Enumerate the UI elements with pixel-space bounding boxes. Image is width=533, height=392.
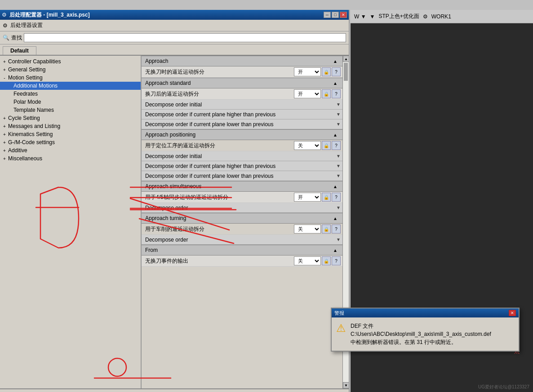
section-approach-simultaneous: Approach simultaneous ▲ — [142, 181, 342, 192]
app-icon: ⚙ — [2, 12, 7, 18]
label-from-output: 无换刀事件的输出 — [143, 257, 294, 265]
expand-row-sim-order[interactable]: Decompose order ▼ — [142, 203, 342, 213]
tab-default[interactable]: Default — [3, 46, 36, 55]
section-turning-title: Approach turning — [145, 215, 186, 221]
work-option[interactable]: WORK1 — [431, 13, 451, 20]
close-button[interactable]: ✕ — [340, 12, 347, 18]
controls-from-output: 开关 🔒 ? — [294, 256, 341, 265]
left-tree: + Controller Capabilities + General Sett… — [0, 56, 142, 388]
settings-gear-icon: ⚙ — [3, 22, 8, 29]
tree-item-kinematics[interactable]: + Kinematics Setting — [0, 130, 141, 138]
scroll-up-btn[interactable]: ▲ — [343, 56, 349, 62]
collapse-turning-btn[interactable]: ▲ — [332, 215, 339, 222]
tree-item-additive[interactable]: + Additive — [0, 146, 141, 154]
dialog-title: 后处理器设置 — [10, 22, 43, 29]
error-line-3: 中检测到解析器错误。在第 31 行中或附近。 — [351, 338, 491, 346]
tree-label-kinematics: Kinematics Setting — [8, 131, 53, 137]
lock-btn-positioning[interactable]: 🔒 — [322, 141, 331, 150]
section-approach: Approach ▲ — [142, 56, 342, 66]
collapse-simultaneous-btn[interactable]: ▲ — [332, 183, 339, 190]
tree-item-feedrates[interactable]: Feedrates — [0, 90, 141, 98]
help-btn-turning[interactable]: ? — [332, 225, 341, 233]
controls-standard-motion: 开关 🔒 ? — [294, 89, 341, 98]
tree-label-gm: G-/M-Code settings — [8, 139, 55, 145]
section-positioning-title: Approach positioning — [145, 132, 195, 138]
search-input[interactable] — [24, 33, 346, 42]
tree-item-controller[interactable]: + Controller Capabilities — [0, 57, 141, 66]
expand-row-standard-lower[interactable]: Decompose order if current plane lower t… — [142, 119, 342, 129]
tree-item-general[interactable]: + General Setting — [0, 66, 141, 74]
label-turning-motion: 用于车削的逼近运动拆分 — [143, 225, 294, 233]
expand-row-turning-order[interactable]: Decompose order ▼ — [142, 235, 342, 245]
section-approach-title: Approach — [145, 58, 168, 64]
tree-label-feedrates: Feedrates — [13, 91, 38, 97]
help-btn-standard[interactable]: ? — [332, 89, 341, 98]
select-positioning-motion[interactable]: 开关 — [294, 141, 321, 150]
label-pos-lower: Decompose order if current plane lower t… — [143, 173, 336, 179]
section-approach-turning: Approach turning ▲ — [142, 213, 342, 224]
help-btn-approach[interactable]: ? — [332, 67, 341, 76]
settings-icon[interactable]: ⚙ — [423, 13, 428, 20]
tree-label-controller: Controller Capabilities — [8, 58, 61, 65]
section-simultaneous-title: Approach simultaneous — [145, 183, 201, 189]
expander-icon: + — [2, 140, 7, 145]
row-standard-motion: 换刀后的逼近运动拆分 开关 🔒 ? — [142, 88, 342, 100]
view-dropdown[interactable]: W ▼ — [354, 13, 366, 20]
lock-btn-standard[interactable]: 🔒 — [322, 89, 331, 98]
tree-item-misc[interactable]: + Miscellaneous — [0, 154, 141, 163]
help-btn-simultaneous[interactable]: ? — [332, 193, 341, 202]
help-btn-from[interactable]: ? — [332, 256, 341, 265]
footer-text: UG爱好者论坛@1123327 — [478, 384, 529, 390]
collapse-from-btn[interactable]: ▲ — [332, 247, 339, 254]
expander-icon: + — [2, 132, 7, 137]
expand-row-standard-higher[interactable]: Decompose order if current plane higher … — [142, 110, 342, 119]
tree-item-gm[interactable]: + G-/M-Code settings — [0, 138, 141, 146]
tree-item-messages[interactable]: + Messages and Listing — [0, 122, 141, 130]
select-approach-motion[interactable]: 开关 — [294, 67, 321, 76]
dialog-header: ⚙ 后处理器设置 — [0, 20, 349, 31]
expand-row-pos-lower[interactable]: Decompose order if current plane lower t… — [142, 171, 342, 181]
row-simultaneous-motion: 用于4/5轴同步运动的逼近运动拆分 开关 🔒 ? — [142, 192, 342, 203]
section-from-title: From — [145, 247, 158, 253]
controls-simultaneous-motion: 开关 🔒 ? — [294, 193, 341, 202]
tree-label-additive: Additive — [8, 147, 27, 154]
lock-btn-turning[interactable]: 🔒 — [322, 225, 331, 233]
tree-label-messages: Messages and Listing — [8, 123, 60, 129]
warning-icon: ⚠ — [336, 322, 346, 335]
collapse-approach-btn[interactable]: ▲ — [332, 57, 339, 65]
help-btn-positioning[interactable]: ? — [332, 141, 341, 150]
label-approach-motion: 无换刀时的逼近运动拆分 — [143, 68, 294, 76]
collapse-standard-btn[interactable]: ▲ — [332, 79, 339, 87]
render-option[interactable]: STP上色+优化面 — [378, 13, 419, 20]
select-turning-motion[interactable]: 开关 — [294, 225, 321, 233]
error-line-1: DEF 文件 — [351, 322, 491, 330]
tab-bar: Default — [0, 44, 349, 55]
select-standard-motion[interactable]: 开关 — [294, 89, 321, 98]
tree-item-additional[interactable]: Additional Motions — [0, 82, 141, 90]
expand-row-pos-higher[interactable]: Decompose order if current plane higher … — [142, 161, 342, 171]
maximize-button[interactable]: □ — [332, 12, 339, 18]
label-positioning-motion: 用于定位工序的逼近运动拆分 — [143, 142, 294, 150]
lock-btn-from[interactable]: 🔒 — [322, 256, 331, 265]
tree-item-motion[interactable]: - Motion Setting — [0, 74, 141, 82]
tree-item-template[interactable]: Template Names — [0, 106, 141, 114]
expander-icon: + — [2, 59, 7, 64]
section-from: From ▲ — [142, 245, 342, 255]
window-controls: ─ □ ✕ — [324, 12, 347, 18]
error-title-text: 警报 — [334, 310, 344, 317]
scroll-down-btn[interactable]: ▼ — [343, 382, 349, 388]
expand-arrow-7: ▼ — [336, 205, 341, 210]
lock-btn-simultaneous[interactable]: 🔒 — [322, 193, 331, 202]
expand-row-pos-initial[interactable]: Decompose order initial ▼ — [142, 151, 342, 161]
select-from-output[interactable]: 开关 — [294, 256, 321, 265]
error-close-btn[interactable]: ✕ — [509, 310, 516, 316]
tree-item-polar[interactable]: Polar Mode — [0, 98, 141, 106]
scroll-thumb[interactable] — [344, 63, 348, 81]
tree-item-cycle[interactable]: + Cycle Setting — [0, 114, 141, 122]
expander-icon: + — [2, 124, 7, 129]
collapse-positioning-btn[interactable]: ▲ — [332, 131, 339, 138]
select-simultaneous-motion[interactable]: 开关 — [294, 193, 321, 202]
minimize-button[interactable]: ─ — [324, 12, 331, 18]
lock-btn-approach[interactable]: 🔒 — [322, 67, 331, 76]
expand-row-standard-initial[interactable]: Decompose order initial ▼ — [142, 100, 342, 110]
